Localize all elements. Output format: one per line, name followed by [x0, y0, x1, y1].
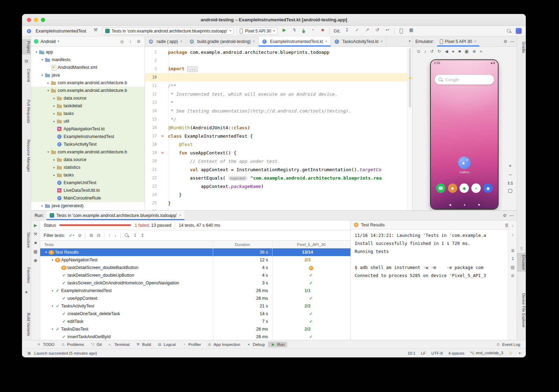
git-commit-button[interactable] [354, 28, 361, 35]
project-tree-item[interactable]: taskdetail [31, 102, 145, 110]
expand-collapse-icon[interactable] [127, 39, 133, 44]
editor-tab[interactable]: build.gradle (android-testing) [186, 36, 259, 46]
gear-icon[interactable] [503, 213, 507, 218]
import-results-icon[interactable] [133, 233, 137, 238]
column-tests[interactable]: Tests [40, 242, 213, 247]
tool-button-build-variants[interactable]: Build Variants [22, 311, 31, 338]
Debug[interactable]: Debug [244, 342, 267, 347]
test-row[interactable]: ExampleInstrumentedTest 26 ms 1/1 [40, 287, 350, 295]
gear-icon[interactable] [136, 39, 142, 44]
chevron-icon[interactable] [44, 251, 49, 254]
project-tree-item[interactable]: data.source [31, 94, 145, 102]
expand-all-icon[interactable] [89, 233, 93, 238]
chevron-icon[interactable] [52, 119, 57, 123]
close-icon[interactable] [180, 39, 182, 43]
previous-failed-icon[interactable] [108, 233, 110, 238]
camera-app-icon[interactable]: ◉ [483, 183, 493, 193]
Git[interactable]: Git [88, 342, 105, 347]
tool-button-emulator[interactable]: Emulator [517, 253, 526, 272]
navigation-bar-item[interactable]: ExampleInstrumentedTest [36, 29, 86, 34]
chevron-icon[interactable] [50, 258, 55, 262]
project-tree-item[interactable]: com.example.android.architecture.b [31, 87, 145, 94]
tool-button-pull-requests[interactable]: Pull Requests [22, 98, 31, 125]
project-tree-item[interactable]: AppNavigationTest.kt [31, 125, 145, 133]
search-everywhere-button[interactable] [507, 29, 511, 34]
project-view-selector[interactable]: Android [41, 39, 56, 44]
minimize-window-button[interactable] [34, 18, 38, 22]
back-icon[interactable] [445, 49, 448, 53]
git-branch[interactable]: end_codelab_3 [470, 351, 503, 355]
git-update-button[interactable] [343, 28, 350, 35]
android-app-icon[interactable]: ● [471, 183, 481, 193]
build-hammer-icon[interactable] [92, 28, 99, 35]
phone-app-icon[interactable]: ☎ [436, 183, 445, 193]
project-tree-item[interactable]: java [31, 71, 145, 79]
project-tree-item[interactable]: ExampleUnitTest [31, 179, 145, 187]
emulator-screen[interactable]: 2:28 ◢▮ Google Gallery ☎ ☻ ◆ ● ◉ ◀ ● ■ [431, 60, 498, 209]
run-configuration-select[interactable]: Tests in 'com.example.android.architectu… [102, 27, 234, 35]
close-icon[interactable] [325, 39, 327, 43]
chevron-icon[interactable] [40, 58, 45, 61]
feedback-smiley-icon[interactable] [509, 351, 513, 355]
nav-back-button[interactable]: ◀ [449, 203, 451, 206]
indent-setting[interactable]: 4 spaces [448, 351, 464, 355]
soft-wrap-icon[interactable] [511, 248, 514, 253]
tool-button-resource-manager[interactable]: Resource Manager [22, 138, 31, 174]
stop-icon[interactable] [34, 241, 37, 245]
test-row[interactable]: useAppContext 26 ms [40, 295, 350, 302]
close-icon[interactable] [474, 39, 476, 43]
debug-button[interactable] [301, 28, 306, 34]
chevron-icon[interactable] [52, 166, 57, 169]
git-push-button[interactable] [364, 28, 371, 35]
scroll-up-icon[interactable] [512, 224, 514, 228]
chevron-icon[interactable] [40, 73, 45, 77]
stop-button[interactable] [319, 28, 326, 35]
layout-inspector-button[interactable] [408, 28, 415, 35]
close-icon[interactable] [253, 39, 255, 43]
git-rollback-button[interactable] [384, 28, 391, 35]
record-icon[interactable] [452, 49, 454, 53]
next-failed-icon[interactable] [114, 233, 116, 238]
tool-button-gradle[interactable]: Gradle [517, 40, 526, 55]
rotate-right-icon[interactable] [437, 49, 441, 53]
print-icon[interactable] [511, 265, 515, 269]
show-ignored-toggle[interactable] [78, 233, 81, 238]
profile-button[interactable] [309, 28, 316, 35]
rerun-tests-button[interactable] [34, 223, 37, 227]
tab-list-chevron-icon[interactable] [409, 39, 411, 43]
scroll-to-end-icon[interactable] [511, 257, 514, 261]
chevron-icon[interactable] [46, 89, 51, 92]
show-passed-toggle[interactable] [69, 233, 74, 238]
emulator-device-tab[interactable]: Pixel 5 API 30 [437, 36, 479, 46]
pin-icon[interactable] [34, 258, 37, 262]
test-row[interactable]: TasksDaoTest 26 ms 2/2 [40, 325, 350, 333]
gallery-app-icon[interactable] [458, 157, 471, 169]
nav-overview-button[interactable]: ■ [478, 203, 480, 206]
project-tree-item[interactable]: statistics [31, 164, 145, 171]
maps-app-icon[interactable]: ◆ [459, 183, 469, 193]
assistant-icon[interactable] [516, 28, 522, 34]
gallery-app-shortcut[interactable]: Gallery [458, 157, 471, 174]
locate-file-icon[interactable] [119, 39, 125, 44]
test-row[interactable]: Test Results 36 s 13/14 [40, 248, 350, 256]
test-row[interactable]: insertTaskAndGetById 26 ms [40, 333, 350, 340]
zoom-window-button[interactable] [41, 18, 45, 22]
file-encoding[interactable]: UTF-8 [431, 351, 443, 355]
line-ending[interactable]: LF [421, 351, 426, 355]
chevron-icon[interactable] [46, 150, 51, 154]
git-history-button[interactable] [374, 28, 381, 35]
chevron-icon[interactable] [52, 112, 57, 115]
close-icon[interactable] [179, 213, 181, 217]
project-tree-item[interactable]: TasksActivityTest [31, 140, 145, 148]
Build[interactable]: Build [133, 342, 154, 347]
volume-icon[interactable] [424, 49, 426, 53]
console-output[interactable]: 11/16 14:23:21: Launching 'Tests in 'com… [351, 230, 517, 284]
chevron-icon[interactable] [50, 327, 55, 331]
TODO[interactable]: TODO [34, 342, 57, 347]
project-tree-item[interactable]: manifests [31, 56, 145, 64]
project-tree-item[interactable]: tasks [31, 171, 145, 179]
App Inspection[interactable]: App Inspection [204, 342, 243, 347]
test-row[interactable]: TasksActivityTest 21 s 2/2 [40, 302, 350, 310]
zoom-reset-button[interactable]: 1:1 [508, 181, 513, 185]
close-icon[interactable] [380, 39, 383, 43]
